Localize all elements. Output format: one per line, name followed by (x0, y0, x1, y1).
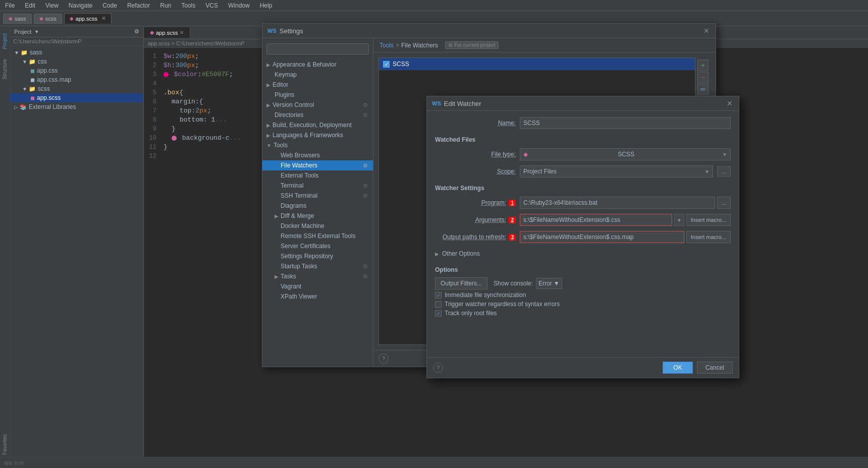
options-section: Options Output Filters... Show console: … (435, 266, 731, 317)
settings-section-tasks[interactable]: ▶ Tasks ⚙ (262, 271, 373, 281)
tab-app-scss[interactable]: ◆ app.scss ✕ (64, 13, 112, 24)
section-label: Diff & Merge (281, 212, 314, 219)
ew-help-button[interactable]: ? (433, 363, 443, 373)
expand-icon: ▼ (14, 50, 19, 55)
settings-item-web-browsers[interactable]: Web Browsers (262, 150, 373, 160)
project-badge: ⚙ For current project (445, 41, 499, 49)
tools-path-link[interactable]: Tools (379, 42, 394, 49)
tab-sass[interactable]: ◆ sass (3, 14, 32, 24)
insert-macro-button-args[interactable]: Insert macro... (686, 214, 731, 226)
settings-section-tools[interactable]: ▼ Tools (262, 140, 373, 150)
settings-section-vcs[interactable]: ▶ Version Control ⚙ (262, 100, 373, 110)
settings-item-settings-repo[interactable]: Settings Repository (262, 251, 373, 261)
add-watcher-button[interactable]: + (697, 60, 709, 71)
program-browse-button[interactable]: ... (717, 197, 731, 209)
settings-section-appearance[interactable]: ▶ Appearance & Behavior (262, 60, 373, 70)
settings-search-input[interactable] (266, 43, 369, 54)
menu-tools[interactable]: Tools (179, 1, 197, 10)
name-input[interactable] (520, 117, 731, 129)
menu-help[interactable]: Help (258, 1, 275, 10)
tree-item-sass[interactable]: ▼ 📁 sass (10, 48, 143, 57)
immediate-sync-checkbox[interactable]: ✓ (435, 292, 442, 299)
expand-icon: ▶ (266, 133, 270, 138)
favorites-sidebar-tab[interactable]: Favorites (1, 432, 9, 457)
cancel-button[interactable]: Cancel (697, 362, 733, 374)
settings-item-xpath[interactable]: XPath Viewer (262, 291, 373, 302)
settings-item-file-watchers[interactable]: File Watchers ⚙ (262, 160, 373, 170)
structure-sidebar-tab[interactable]: Structure (1, 57, 9, 82)
remove-watcher-button[interactable]: − (697, 72, 709, 83)
file-type-value: SCSS (618, 151, 634, 158)
settings-section-diff[interactable]: ▶ Diff & Merge (262, 211, 373, 221)
output-paths-input[interactable] (520, 231, 684, 243)
settings-item-ssh-terminal[interactable]: SSH Terminal ⚙ (262, 191, 373, 201)
settings-item-terminal[interactable]: Terminal ⚙ (262, 181, 373, 191)
settings-close-button[interactable]: ✕ (702, 27, 711, 35)
menu-navigate[interactable]: Navigate (67, 1, 94, 10)
expand-icon: ▶ (266, 62, 270, 68)
settings-section-editor[interactable]: ▶ Editor (262, 80, 373, 90)
settings-item-directories[interactable]: Directories ⚙ (262, 110, 373, 120)
menubar: File Edit View Navigate Code Refactor Ru… (0, 0, 868, 11)
program-input[interactable] (520, 197, 715, 209)
remote-ssh-label: Remote SSH External Tools (281, 232, 356, 240)
terminal-label: Terminal (281, 182, 303, 189)
scope-select[interactable]: Project Files ▼ (520, 165, 713, 178)
menu-run[interactable]: Run (158, 1, 173, 10)
menu-code[interactable]: Code (100, 1, 119, 10)
trigger-watcher-checkbox[interactable] (435, 301, 442, 308)
settings-section-languages[interactable]: ▶ Languages & Frameworks (262, 130, 373, 140)
settings-gear-icon[interactable]: ⚙ (134, 28, 139, 35)
arguments-macro-trigger[interactable]: + (674, 214, 684, 226)
settings-section-build[interactable]: ▶ Build, Execution, Deployment (262, 120, 373, 130)
insert-macro-button-output[interactable]: Insert macro... (686, 231, 731, 243)
settings-item-diagrams[interactable]: Diagrams (262, 201, 373, 211)
close-editor-tab-icon[interactable]: ✕ (180, 30, 184, 35)
close-tab-icon[interactable]: ✕ (101, 15, 106, 22)
edit-watcher-button[interactable]: ✏ (697, 84, 709, 95)
editor-tab-label: app.scss (156, 30, 178, 36)
arguments-input[interactable] (520, 214, 672, 226)
menu-edit[interactable]: Edit (23, 1, 37, 10)
file-type-select[interactable]: ◆ SCSS ▼ (520, 148, 731, 160)
tab-app-scss-label: app.scss (76, 16, 97, 22)
other-options-row[interactable]: ▶ Other Options (435, 248, 731, 259)
settings-item-server-certificates[interactable]: Server Certificates (262, 241, 373, 251)
settings-item-external-tools[interactable]: External Tools (262, 170, 373, 181)
scope-browse-button[interactable]: ... (717, 166, 731, 177)
track-root-files-checkbox[interactable]: ✓ (435, 310, 442, 317)
tree-item-app-css-map[interactable]: ◼ app.css.map (10, 75, 143, 84)
ew-close-button[interactable]: ✕ (726, 99, 734, 107)
watcher-row-scss[interactable]: ✓ SCSS (379, 58, 695, 70)
tree-item-app-scss[interactable]: ◼ app.scss (10, 93, 143, 102)
settings-item-remote-ssh[interactable]: Remote SSH External Tools (262, 231, 373, 241)
settings-item-plugins[interactable]: Plugins (262, 90, 373, 100)
ok-button[interactable]: OK (663, 362, 692, 374)
output-filters-button[interactable]: Output Filters... (435, 277, 487, 289)
show-console-select[interactable]: Error ▼ (536, 278, 562, 289)
tree-item-external-libraries[interactable]: ▷ 📚 External Libraries (10, 102, 143, 111)
settings-help-button[interactable]: ? (378, 354, 389, 364)
settings-item-docker[interactable]: Docker Machine (262, 221, 373, 231)
menu-file[interactable]: File (3, 1, 17, 10)
menu-view[interactable]: View (43, 1, 61, 10)
editor-tab-app-scss[interactable]: ◆ app.scss ✕ (144, 27, 190, 38)
settings-item-vagrant[interactable]: Vagrant (262, 281, 373, 291)
section-label: Appearance & Behavior (273, 61, 337, 68)
tree-item-scss-folder[interactable]: ▼ 📁 scss (10, 84, 143, 93)
settings-item-keymap[interactable]: Keymap (262, 70, 373, 80)
watcher-checkbox[interactable]: ✓ (383, 61, 390, 68)
chevron-down-icon[interactable]: ▼ (34, 29, 39, 34)
tree-item-app-css[interactable]: ◼ app.css (10, 66, 143, 75)
checkbox-row-3: ✓ Track only root files (435, 310, 731, 317)
scope-arrow: ▼ (704, 169, 710, 174)
menu-window[interactable]: Window (226, 1, 252, 10)
menu-refactor[interactable]: Refactor (125, 1, 152, 10)
tab-scss[interactable]: ◆ scss (34, 14, 62, 24)
settings-tree: ▶ Appearance & Behavior Keymap ▶ Editor … (262, 38, 373, 367)
project-sidebar-tab[interactable]: Project (1, 31, 9, 51)
menu-vcs[interactable]: VCS (203, 1, 220, 10)
startup-tasks-label: Startup Tasks (281, 263, 317, 270)
settings-item-startup-tasks[interactable]: Startup Tasks ⚙ (262, 261, 373, 271)
tree-item-css-folder[interactable]: ▼ 📁 css (10, 57, 143, 66)
